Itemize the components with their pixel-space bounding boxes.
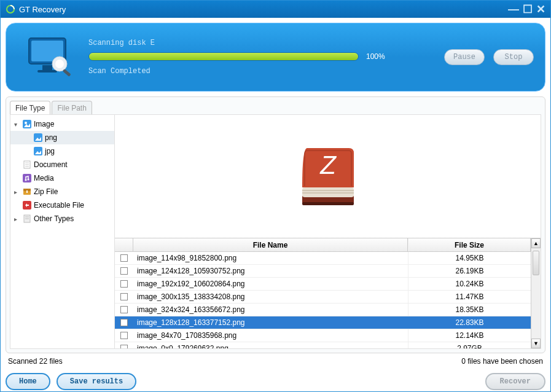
svg-point-17 xyxy=(25,179,27,181)
row-filename: image_324x324_163356672.png xyxy=(133,304,408,316)
tree-label: Media xyxy=(34,174,54,182)
row-filename: image_192x192_106020864.png xyxy=(133,278,408,290)
pause-button[interactable]: Pause xyxy=(444,49,485,65)
col-checkbox[interactable] xyxy=(115,238,133,251)
row-filename: image_124x128_105930752.png xyxy=(133,265,408,277)
tree-label: Zip File xyxy=(34,187,58,196)
app-window: GT Recovery — ☐ ✕ Scanning disk E xyxy=(0,0,551,392)
col-filesize[interactable]: File Size xyxy=(408,238,531,251)
home-button[interactable]: Home xyxy=(6,373,50,390)
table-row[interactable]: image_128x128_163377152.png22.83KB xyxy=(115,316,531,329)
row-filename: image_0x0_179269632.png xyxy=(133,342,408,348)
row-filesize: 14.95KB xyxy=(408,252,531,264)
tree-image[interactable]: ▾ Image xyxy=(10,117,114,131)
recover-button[interactable]: Recover xyxy=(485,373,545,390)
table-row[interactable]: image_114x98_91852800.png14.95KB xyxy=(115,252,531,265)
svg-point-18 xyxy=(28,179,29,181)
expand-icon[interactable]: ▸ xyxy=(14,189,21,195)
app-title: GT Recovery xyxy=(19,5,508,14)
scroll-up-icon[interactable]: ▲ xyxy=(531,238,541,248)
scan-panel: Scanning disk E 100% Scan Completed Paus… xyxy=(6,23,545,92)
expand-icon[interactable]: ▸ xyxy=(14,216,21,222)
tree-other[interactable]: ▸ Other Types xyxy=(10,212,114,225)
row-checkbox[interactable] xyxy=(115,342,133,348)
table-row[interactable]: image_84x70_170835968.png12.14KB xyxy=(115,329,531,342)
svg-point-6 xyxy=(55,60,64,68)
bottom-toolbar: Home Save results Recover xyxy=(6,373,545,390)
maximize-button[interactable]: ☐ xyxy=(523,5,533,14)
table-row[interactable]: image_300x135_138334208.png11.47KB xyxy=(115,291,531,304)
tree-executable[interactable]: Executable File xyxy=(10,198,114,212)
progress-bar xyxy=(88,52,359,61)
row-checkbox[interactable] xyxy=(115,291,133,303)
tree-label: Executable File xyxy=(34,201,84,210)
tree-document[interactable]: Document xyxy=(10,158,114,171)
tree-png[interactable]: png xyxy=(10,131,114,144)
stop-button[interactable]: Stop xyxy=(493,49,534,65)
svg-text:Z: Z xyxy=(319,151,337,179)
table-row[interactable]: image_124x128_105930752.png26.19KB xyxy=(115,265,531,278)
tree-label: jpg xyxy=(45,147,55,155)
document-icon xyxy=(21,160,33,169)
svg-rect-7 xyxy=(63,69,71,77)
row-checkbox[interactable] xyxy=(115,278,133,290)
tab-file-path[interactable]: File Path xyxy=(52,101,92,115)
table-row[interactable]: image_192x192_106020864.png10.24KB xyxy=(115,278,531,291)
scanned-count-text: Scanned 22 files xyxy=(8,357,63,366)
row-checkbox[interactable] xyxy=(115,316,133,329)
tree-media[interactable]: Media xyxy=(10,171,114,185)
vertical-scrollbar[interactable]: ▲ ▼ xyxy=(531,238,541,348)
scroll-down-icon[interactable]: ▼ xyxy=(531,339,541,348)
tree-zip[interactable]: ▸ Zip File xyxy=(10,185,114,198)
tabs: File Type File Path xyxy=(10,101,93,115)
row-filesize: 12.14KB xyxy=(408,329,531,342)
table-row[interactable]: image_324x324_163356672.png18.35KB xyxy=(115,304,531,316)
table-row[interactable]: image_0x0_179269632.png2.97GB xyxy=(115,342,531,348)
row-checkbox[interactable] xyxy=(115,265,133,277)
row-filename: image_84x70_170835968.png xyxy=(133,329,408,342)
file-table-wrap: File Name File Size image_114x98_9185280… xyxy=(115,238,541,348)
col-filename[interactable]: File Name xyxy=(133,238,408,251)
row-filesize: 2.97GB xyxy=(408,342,531,348)
image-icon xyxy=(33,147,44,155)
image-icon xyxy=(33,133,44,142)
scan-substatus-text: Scan Completed xyxy=(88,67,437,76)
row-filesize: 10.24KB xyxy=(408,278,531,290)
save-results-button[interactable]: Save results xyxy=(57,373,136,390)
progress-section: Scanning disk E 100% Scan Completed xyxy=(88,39,437,76)
results-area: File Type File Path ▾ Image png jpg xyxy=(6,96,545,353)
preview-book-icon: Z xyxy=(291,139,365,213)
close-button[interactable]: ✕ xyxy=(536,5,545,14)
window-controls: — ☐ ✕ xyxy=(508,5,545,14)
svg-rect-3 xyxy=(42,65,52,70)
tab-file-type[interactable]: File Type xyxy=(10,101,50,115)
progress-percent: 100% xyxy=(366,52,385,61)
row-filename: image_300x135_138334208.png xyxy=(133,291,408,303)
file-type-tree: ▾ Image png jpg Document xyxy=(10,114,114,349)
row-filename: image_128x128_163377152.png xyxy=(133,316,408,329)
row-checkbox[interactable] xyxy=(115,304,133,316)
preview-area: Z xyxy=(115,115,541,238)
tree-label: Image xyxy=(34,120,54,128)
other-icon xyxy=(21,214,33,223)
collapse-icon[interactable]: ▾ xyxy=(14,121,21,128)
titlebar: GT Recovery — ☐ ✕ xyxy=(1,1,550,18)
tree-label: png xyxy=(45,133,57,142)
chosen-count-text: 0 files have been chosen xyxy=(461,357,543,366)
minimize-button[interactable]: — xyxy=(508,5,519,14)
svg-rect-21 xyxy=(26,190,28,193)
row-checkbox[interactable] xyxy=(115,329,133,342)
svg-rect-28 xyxy=(302,190,354,191)
svg-rect-16 xyxy=(23,174,31,182)
progress-fill xyxy=(89,53,358,60)
svg-rect-29 xyxy=(302,192,354,194)
row-filesize: 18.35KB xyxy=(408,304,531,316)
media-icon xyxy=(21,174,33,182)
row-filesize: 11.47KB xyxy=(408,291,531,303)
tree-jpg[interactable]: jpg xyxy=(10,144,114,158)
row-checkbox[interactable] xyxy=(115,252,133,264)
row-filesize: 22.83KB xyxy=(408,316,531,329)
status-bar: Scanned 22 files 0 files have been chose… xyxy=(6,355,545,368)
row-filename: image_114x98_91852800.png xyxy=(133,252,408,264)
scroll-thumb[interactable] xyxy=(533,251,539,275)
